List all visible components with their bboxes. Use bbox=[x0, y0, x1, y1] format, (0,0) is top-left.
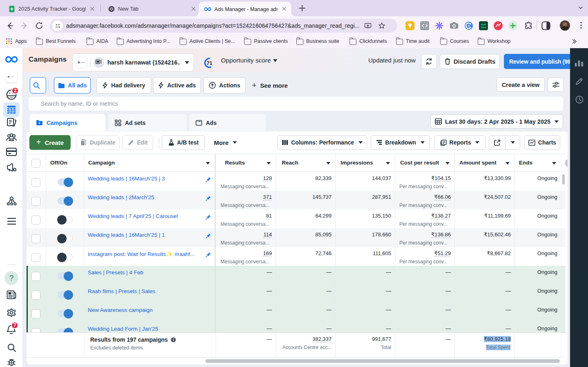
svg-text:Send: Send bbox=[481, 26, 486, 29]
svg-text:Bulk: Bulk bbox=[481, 23, 486, 26]
svg-text:71: 71 bbox=[207, 60, 212, 66]
